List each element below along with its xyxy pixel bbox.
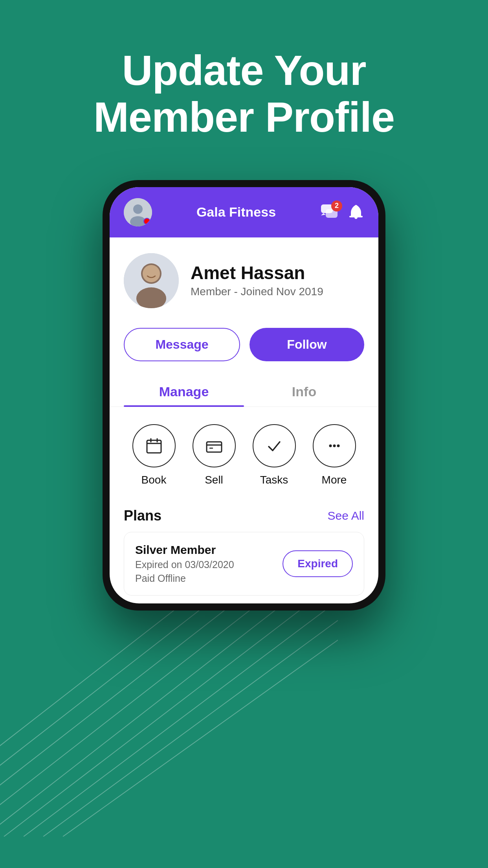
profile-name: Amet Hassan: [191, 263, 364, 283]
phone-screen: Gala Fitness 2: [110, 187, 378, 603]
svg-line-5: [4, 581, 338, 837]
plans-title: Plans: [124, 508, 161, 524]
plan-status-button[interactable]: Expired: [283, 550, 353, 577]
follow-button[interactable]: Follow: [250, 328, 364, 361]
action-more[interactable]: More: [313, 424, 356, 486]
plan-card: Silver Member Expired on 03/03/2020 Paid…: [124, 532, 364, 596]
svg-rect-24: [207, 442, 222, 452]
plan-payment: Paid Offline: [135, 573, 234, 584]
header-avatar[interactable]: [124, 198, 152, 226]
hero-section: Update Your Member Profile: [62, 47, 426, 141]
svg-point-28: [333, 444, 336, 447]
more-label: More: [322, 474, 347, 486]
tasks-label: Tasks: [260, 474, 288, 486]
action-tasks[interactable]: Tasks: [253, 424, 296, 486]
tabs: Manage Info: [110, 375, 378, 407]
profile-avatar: [124, 253, 179, 308]
plans-header: Plans See All: [124, 508, 364, 524]
action-book[interactable]: Book: [132, 424, 176, 486]
sell-icon: [205, 436, 224, 455]
profile-subtitle: Member - Joined Nov 2019: [191, 285, 364, 298]
svg-line-7: [43, 620, 338, 837]
message-button[interactable]: Message: [124, 328, 240, 361]
tab-info[interactable]: Info: [244, 375, 364, 406]
app-header: Gala Fitness 2: [110, 187, 378, 237]
book-label: Book: [141, 474, 167, 486]
phone-frame: Gala Fitness 2: [103, 180, 385, 611]
chat-badge: 2: [331, 200, 342, 211]
phone-mockup: Gala Fitness 2: [103, 180, 385, 611]
action-sell[interactable]: Sell: [193, 424, 236, 486]
tasks-icon: [265, 436, 284, 455]
svg-point-29: [337, 444, 339, 447]
profile-section: Amet Hassan Member - Joined Nov 2019: [110, 237, 378, 320]
sell-icon-circle: [193, 424, 236, 467]
hero-title: Update Your Member Profile: [94, 47, 394, 141]
app-title: Gala Fitness: [196, 204, 276, 220]
profile-info: Amet Hassan Member - Joined Nov 2019: [191, 263, 364, 298]
plan-details: Silver Member Expired on 03/03/2020 Paid…: [135, 543, 234, 584]
svg-rect-15: [349, 216, 363, 217]
tab-manage[interactable]: Manage: [124, 375, 244, 406]
action-buttons: Message Follow: [110, 320, 378, 375]
svg-point-10: [133, 204, 143, 214]
sell-label: Sell: [205, 474, 223, 486]
more-icon-circle: [313, 424, 356, 467]
header-icons: 2: [320, 203, 364, 221]
book-icon-circle: [132, 424, 176, 467]
avatar-red-dot: [143, 218, 150, 225]
svg-line-6: [24, 601, 338, 837]
svg-marker-14: [321, 213, 326, 215]
plans-section: Plans See All Silver Member Expired on 0…: [110, 496, 378, 603]
svg-rect-20: [147, 440, 161, 453]
quick-actions: Book Sell: [110, 407, 378, 496]
svg-point-19: [143, 265, 160, 282]
see-all-link[interactable]: See All: [328, 509, 364, 522]
svg-point-27: [329, 444, 332, 447]
plan-name: Silver Member: [135, 543, 234, 557]
plan-expiry: Expired on 03/03/2020: [135, 559, 234, 570]
more-icon: [325, 436, 344, 455]
bell-icon[interactable]: [348, 203, 364, 221]
tasks-icon-circle: [253, 424, 296, 467]
svg-line-8: [63, 640, 338, 837]
chat-icon-wrap[interactable]: 2: [320, 204, 339, 221]
book-icon: [145, 436, 163, 455]
